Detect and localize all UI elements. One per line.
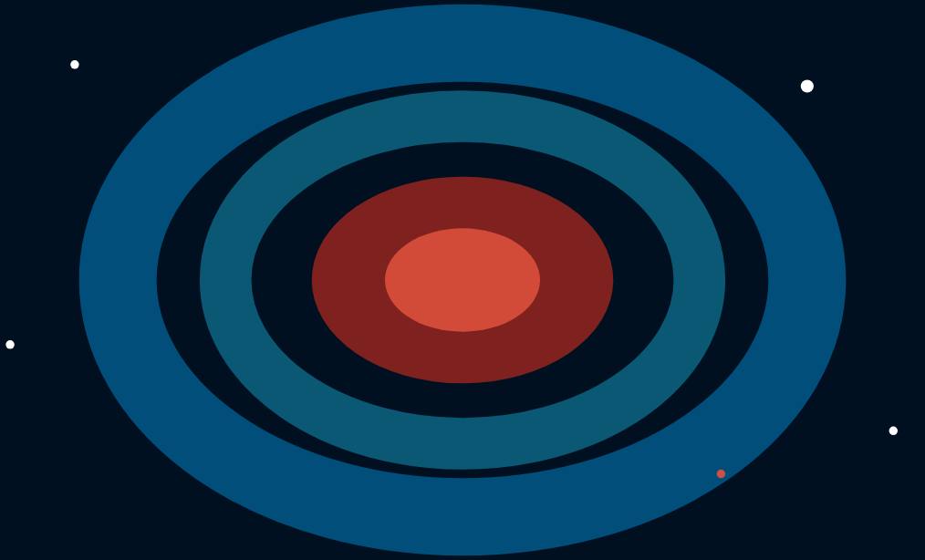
- theme-row-2: Animal Affection ANIMAL AFFFECTION 14 im…: [195, 356, 903, 538]
- main-content: A theme is a combination of desktop back…: [173, 65, 925, 560]
- theme-card-nasa: NASA HIDDEN UNIVERSE 14 images in theme …: [681, 356, 903, 538]
- nasa-thumbnail: [681, 356, 903, 474]
- svg-point-52: [717, 470, 725, 478]
- page-wrapper: Desktop Themes Email: [0, 0, 925, 560]
- body-layout: Featured themes Animals Art (illustrativ…: [0, 65, 925, 560]
- svg-point-50: [889, 427, 898, 435]
